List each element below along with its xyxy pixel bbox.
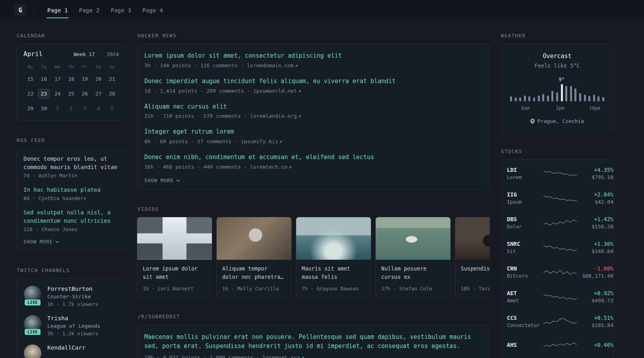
tab-page-3[interactable]: Page 3 (105, 0, 137, 20)
video-title: Aliquam tempor dolor nec pharetra… (222, 265, 286, 281)
stock-row[interactable]: CRN Bitcorn -1.00% $66,171.48 (507, 260, 607, 284)
tab-page-4[interactable]: Page 4 (137, 0, 169, 20)
chevron-down-icon (176, 179, 180, 182)
twitch-channel-row[interactable]: LIVE Trisha League of Legends 3h · 1.2k … (23, 315, 119, 337)
weather-card: Overcast Feels like 5°C 9° 6am 2pm 10pm … (500, 43, 614, 132)
stock-symbol: AET (507, 290, 543, 296)
hn-item-title[interactable]: Aliquam nec cursus elit (144, 103, 482, 111)
weather-location-text: Prague, Czechia (537, 118, 584, 124)
hn-item: Aliquam nec cursus elit 21h · 710 points… (144, 103, 482, 119)
video-card-body: Aliquam tempor dolor nec pharetra… 1h · … (217, 260, 291, 297)
calendar-day: 28 (105, 89, 119, 99)
rss-item-title[interactable]: In hac habitasse platea (23, 186, 119, 194)
calendar-day: 30 (37, 103, 50, 114)
videos-widget: VIDEOS Lorem ipsum dolor sit amet consec… (137, 206, 490, 298)
twitch-avatar-column: LIVE (23, 315, 42, 335)
video-card[interactable]: Suspendisse diam 18h · Tara (455, 217, 490, 298)
calendar-day-next-month: 3 (78, 103, 91, 114)
subreddit-post-meta: 19h · 9,932 points · 1,090 comments · lo… (144, 354, 482, 358)
stock-name: Consectetur (507, 322, 543, 328)
video-meta: 17h · Stefan Cole (381, 286, 445, 292)
calendar-day: 27 (91, 89, 105, 99)
external-link-icon: ↗ (301, 354, 304, 358)
stock-sparkline (543, 192, 577, 204)
hn-item: Lorem ipsum dolor sit amet, consectetur … (144, 52, 482, 68)
rss-item-title[interactable]: Donec tempor eros leo, ut commodo mauris… (23, 155, 119, 171)
hn-item-domain[interactable]: ipsumify.biz (241, 138, 278, 144)
stock-row[interactable]: LDI Lorem +4.35% $795.18 (507, 161, 607, 186)
stock-row[interactable]: AHS +0.46% (507, 334, 607, 357)
hn-item-title[interactable]: Donec imperdiet augue tincidunt felis al… (144, 77, 482, 86)
stock-values: -1.00% $66,171.48 (577, 265, 613, 279)
stock-row[interactable]: AET Amet +0.92% $499.72 (507, 284, 607, 309)
stocks-widget-header: STOCKS (501, 148, 614, 154)
hn-item-title[interactable]: Integer eget rutrum lorem (144, 128, 482, 136)
hn-show-more-button[interactable]: SHOW MORE (144, 178, 482, 183)
tab-page-1[interactable]: Page 1 (42, 0, 74, 20)
twitch-channel-info: KendallCarr (47, 344, 85, 352)
page-tabs: Page 1 Page 2 Page 3 Page 4 (42, 0, 169, 20)
hn-item: Donec imperdiet augue tincidunt felis al… (144, 77, 482, 94)
subreddit-post-title[interactable]: Maecenas mollis pulvinar erat non posuer… (144, 333, 471, 350)
stock-id: IIG Ipsum (507, 191, 543, 205)
twitch-avatar-column: LIVE (23, 344, 42, 358)
stock-id: AET Amet (507, 290, 543, 304)
stock-sparkline (543, 266, 577, 278)
weather-time-label: 6am (521, 105, 530, 111)
separator-dot: · (99, 51, 103, 57)
video-card[interactable]: Aliquam tempor dolor nec pharetra… 1h · … (216, 217, 292, 298)
twitch-channel-name: ForrestBurton (47, 286, 98, 292)
video-meta: 7h · Grayson Dawson (302, 286, 365, 292)
calendar-year: 2024 (107, 51, 119, 57)
video-card[interactable]: Nullam posuere cursus ex 17h · Stefan Co… (375, 217, 451, 298)
stock-name: Amet (507, 298, 543, 304)
rss-item-title[interactable]: Sed volutpat nulla nisl, a condimentum n… (23, 208, 119, 225)
hn-item-domain[interactable]: loremdomain.com (247, 62, 293, 68)
weekday-header: Mo (23, 64, 37, 70)
dashboard-grid: CALENDAR April Week 17 · 2024 Mo Tu We T… (0, 21, 644, 358)
calendar-card: April Week 17 · 2024 Mo Tu We Th Fr Sa S… (16, 43, 126, 121)
calendar-day-next-month: 4 (91, 103, 105, 114)
hn-item-meta: 6h · 60 points · 57 comments · ipsumify.… (144, 138, 482, 144)
stock-row[interactable]: SNRC Sit +1.36% $148.64 (507, 235, 607, 260)
video-card[interactable]: Lorem ipsum dolor sit amet consectetu… 1… (137, 217, 212, 298)
calendar-week-year: Week 17 · 2024 (74, 51, 119, 57)
app-logo[interactable]: G (14, 4, 26, 16)
stock-name: Sit (507, 248, 543, 254)
weather-feels-like: Feels like 5°C (508, 62, 607, 69)
hn-item-domain[interactable]: loremlandia.org (250, 113, 297, 119)
stock-row[interactable]: DBS Dolor +1.42% $156.28 (507, 210, 607, 235)
stock-id: LDI Lorem (507, 167, 543, 180)
video-title: Nullam posuere cursus ex (381, 265, 445, 281)
top-bar: G Page 1 Page 2 Page 3 Page 4 (0, 0, 644, 21)
stock-change: +2.84% (577, 191, 613, 198)
calendar-day: 25 (64, 89, 78, 99)
weekday-header: Th (64, 64, 78, 70)
video-card-body: Mauris sit amet massa felis 7h · Grayson… (296, 260, 371, 297)
subreddit-post-domain[interactable]: loremnet.xyz (262, 354, 300, 358)
hn-item-title[interactable]: Donec enim nibh, condimentum et accumsan… (144, 153, 482, 162)
video-card-body: Suspendisse diam 18h · Tara (455, 260, 490, 297)
stock-symbol: DBS (507, 216, 543, 222)
stock-sparkline (543, 241, 577, 253)
stock-symbol: CCS (507, 315, 543, 321)
hn-item-title[interactable]: Lorem ipsum dolor sit amet, consectetur … (144, 52, 482, 60)
twitch-channel-row[interactable]: LIVE ForrestBurton Counter-Strike 1h · 1… (23, 286, 119, 307)
video-thumbnail (137, 217, 212, 260)
stock-row[interactable]: CCS Consectetur +0.51% $165.84 (507, 309, 607, 334)
video-meta: 1h · Molly Carrillo (222, 286, 286, 292)
rss-item-meta: 12d · Chance Jones (23, 226, 119, 232)
rss-show-more-button[interactable]: SHOW MORE (23, 239, 119, 245)
video-card[interactable]: Mauris sit amet massa felis 7h · Grayson… (296, 217, 371, 298)
hn-item-meta: 3h · 148 points · 116 comments · loremdo… (144, 62, 482, 68)
weekday-header: Sa (91, 64, 105, 70)
location-pin-icon (530, 119, 535, 124)
tab-page-2[interactable]: Page 2 (74, 0, 105, 20)
rss-widget: RSS FEED Donec tempor eros leo, ut commo… (16, 137, 126, 251)
hn-item-domain[interactable]: loremtech.co (250, 164, 287, 170)
hn-item-domain[interactable]: ipsumworld.net (253, 88, 297, 94)
hn-item-stats: 1d · 1,414 points · 299 comments · (144, 88, 250, 94)
stock-row[interactable]: IIG Ipsum +2.84% $42.04 (507, 186, 607, 210)
video-meta: 1h · Lori Barnett (143, 286, 206, 292)
twitch-channel-row[interactable]: LIVE KendallCarr (23, 344, 119, 358)
